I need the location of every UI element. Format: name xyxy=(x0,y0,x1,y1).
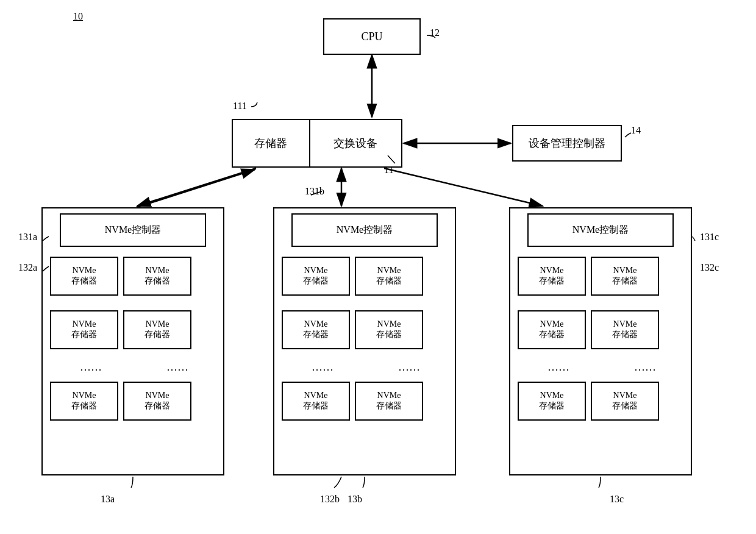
switch-to-c-arrow xyxy=(384,168,543,206)
ref-132c: 132c xyxy=(700,262,719,273)
a-to-switch-arrow xyxy=(137,169,255,207)
ctrl-box-b: NVMe控制器 xyxy=(291,213,438,247)
dots-a: ………… xyxy=(48,361,221,374)
group-box-c: NVMe控制器 NVMe存储器 NVMe存储器 NVMe存储器 NVMe存储器 … xyxy=(509,207,692,475)
ref-132a: 132a xyxy=(18,262,37,273)
cpu-label: CPU xyxy=(361,30,382,43)
ref-13c: 13c xyxy=(610,494,624,505)
nvme-cell-a3: NVMe存储器 xyxy=(50,310,118,349)
ctrl-b-label: NVMe控制器 xyxy=(337,224,393,237)
devmgr-box: 设备管理控制器 xyxy=(512,125,622,162)
nvme-cell-c3: NVMe存储器 xyxy=(518,310,586,349)
nvme-cell-c5: NVMe存储器 xyxy=(518,382,586,421)
nvme-cell-b5: NVMe存储器 xyxy=(282,382,350,421)
ref-131b: 131b xyxy=(305,186,324,197)
ref-13a: 13a xyxy=(101,494,115,505)
ctrl-c-label: NVMe控制器 xyxy=(572,224,629,237)
nvme-cell-b6: NVMe存储器 xyxy=(355,382,423,421)
nvme-cell-c4: NVMe存储器 xyxy=(591,310,659,349)
nvme-cell-b2: NVMe存储器 xyxy=(355,257,423,296)
ref-131c: 131c xyxy=(700,232,719,243)
switch-to-a-arrow xyxy=(137,168,256,206)
switch-label: 交换设备 xyxy=(310,136,401,151)
nvme-cell-a2: NVMe存储器 xyxy=(123,257,191,296)
nvme-cell-a5: NVMe存储器 xyxy=(50,382,118,421)
ref-132b: 132b xyxy=(320,494,340,505)
nvme-cell-a1: NVMe存储器 xyxy=(50,257,118,296)
cpu-box: CPU xyxy=(323,18,421,55)
ref-13b: 13b xyxy=(348,494,362,505)
ref-11: 11 xyxy=(384,165,393,176)
nvme-cell-b3: NVMe存储器 xyxy=(282,310,350,349)
storage-label: 存储器 xyxy=(233,120,310,166)
ctrl-box-a: NVMe控制器 xyxy=(60,213,206,247)
nvme-cell-b4: NVMe存储器 xyxy=(355,310,423,349)
nvme-cell-a4: NVMe存储器 xyxy=(123,310,191,349)
group-box-b: NVMe控制器 NVMe存储器 NVMe存储器 NVMe存储器 NVMe存储器 … xyxy=(273,207,456,475)
ref-10: 10 xyxy=(73,11,83,22)
nvme-cell-c6: NVMe存储器 xyxy=(591,382,659,421)
ref-111: 111 xyxy=(233,101,247,112)
nvme-cell-c2: NVMe存储器 xyxy=(591,257,659,296)
ref-131a: 131a xyxy=(18,232,37,243)
ctrl-box-c: NVMe控制器 xyxy=(527,213,674,247)
switch-box: 存储器 交换设备 xyxy=(232,119,402,168)
group-box-a: NVMe控制器 NVMe存储器 NVMe存储器 NVMe存储器 NVMe存储器 … xyxy=(41,207,224,475)
diagram: 10 CPU 12 存储器 交换设备 11 111 设备管理控制器 14 NVM… xyxy=(0,0,756,534)
nvme-cell-b1: NVMe存储器 xyxy=(282,257,350,296)
dots-c: ………… xyxy=(515,361,688,374)
ctrl-a-label: NVMe控制器 xyxy=(105,224,161,237)
nvme-cell-a6: NVMe存储器 xyxy=(123,382,191,421)
ref-12: 12 xyxy=(430,27,440,38)
nvme-cell-c1: NVMe存储器 xyxy=(518,257,586,296)
devmgr-label: 设备管理控制器 xyxy=(529,136,605,151)
dots-b: ………… xyxy=(279,361,452,374)
ref-14: 14 xyxy=(631,125,641,136)
